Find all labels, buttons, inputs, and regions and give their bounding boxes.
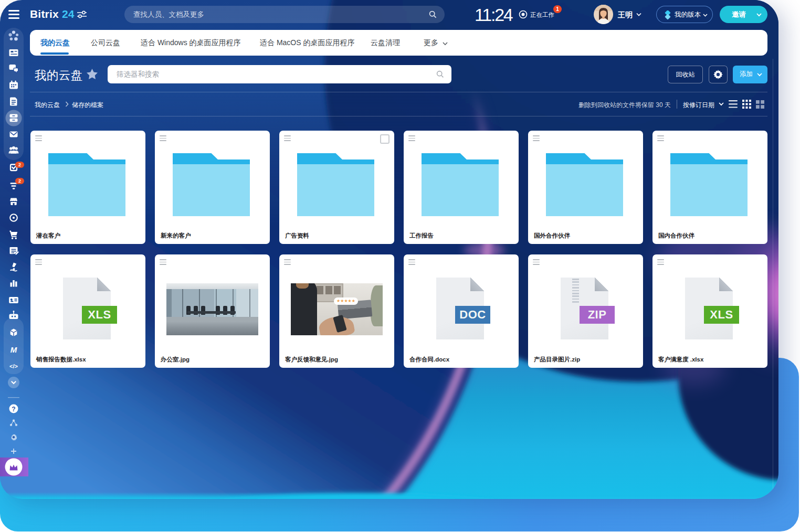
svg-text:M: M (10, 345, 17, 354)
svg-text:</>: </> (9, 363, 18, 369)
svg-text:?: ? (12, 406, 15, 413)
